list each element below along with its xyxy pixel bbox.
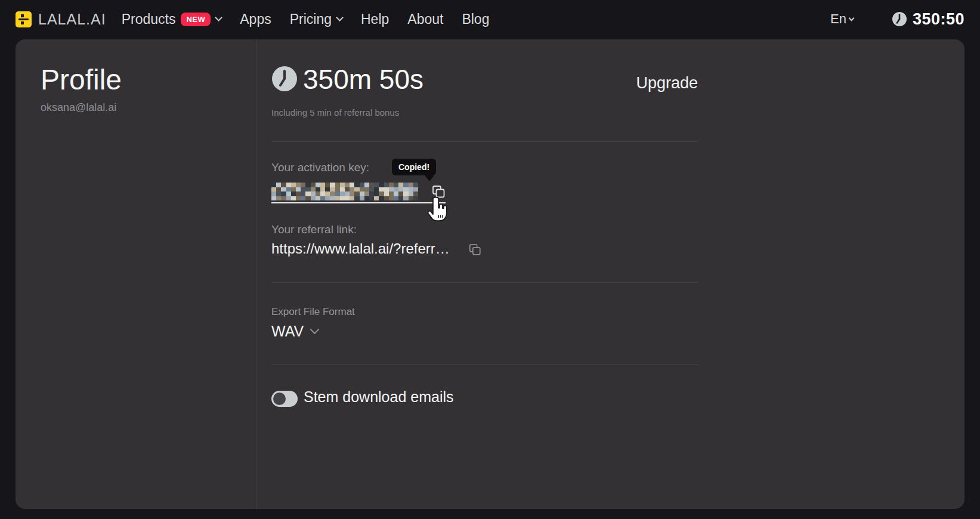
sidebar-divider [256,39,257,509]
language-selector[interactable]: En [830,11,854,27]
brand-name[interactable]: LALAL.AI [38,11,106,28]
nav-item-pricing[interactable]: Pricing [290,11,342,27]
divider [271,282,698,283]
export-format-select[interactable]: WAV [271,323,318,340]
nav-item-about[interactable]: About [407,11,443,27]
lalal-logo-icon[interactable] [16,11,32,27]
minutes-counter[interactable]: 350:50 [892,10,964,29]
tooltip-arrow [425,175,434,181]
chevron-down-icon [215,14,222,21]
nav-item-blog[interactable]: Blog [462,11,489,27]
activation-key-underline [271,202,446,203]
divider [271,141,698,142]
user-email: oksana@lalal.ai [41,101,116,114]
clock-icon [892,11,907,27]
new-badge: NEW [181,13,211,26]
page-title: Profile [41,63,122,96]
activation-key-label: Your activation key: [271,161,369,174]
export-format-label: Export File Format [271,306,355,318]
divider [271,364,698,365]
profile-panel: Profile oksana@lalal.ai 350m 50s Upgrade… [16,39,964,509]
hand-pointer-cursor [426,196,450,225]
referral-link-label: Your referral link: [271,223,357,236]
toggle-knob [273,393,286,405]
activation-key-value-blurred [271,183,418,200]
nav-item-help[interactable]: Help [361,11,389,27]
minutes-counter-value: 350:50 [913,10,964,29]
top-nav: LALAL.AI Products NEW Apps Pricing Help … [0,0,980,38]
upgrade-link[interactable]: Upgrade [271,74,698,92]
chevron-down-icon [310,325,320,335]
copied-tooltip: Copied! [392,159,436,175]
referral-bonus-note: Including 5 min of referral bonus [271,107,399,118]
chevron-down-icon [336,14,344,21]
referral-link-value: https://www.lalal.ai/?referr… [271,240,450,257]
chevron-down-icon [848,16,854,21]
stem-emails-label: Stem download emails [304,388,454,406]
nav-item-products[interactable]: Products NEW [122,11,222,27]
copy-referral-link-button[interactable] [468,243,482,259]
nav-item-apps[interactable]: Apps [240,11,271,27]
stem-emails-toggle[interactable] [271,391,298,407]
